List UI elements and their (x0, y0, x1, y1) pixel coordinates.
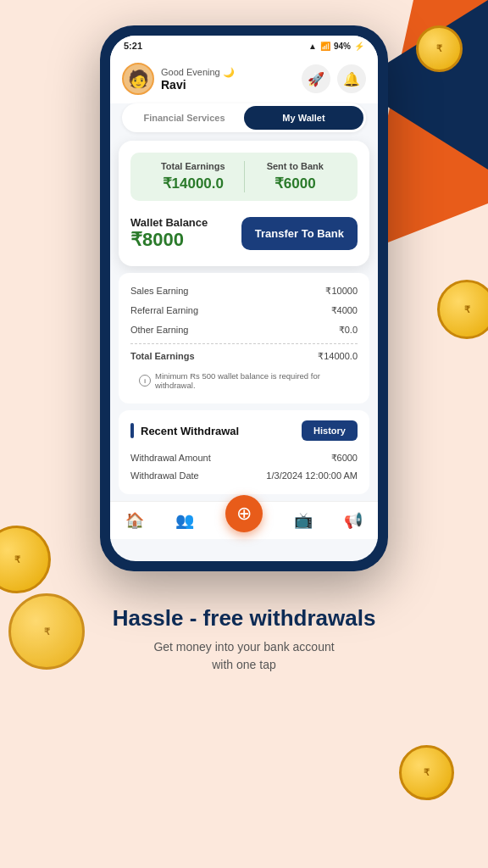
info-note: i Minimum Rs 500 wallet balance is requi… (130, 366, 358, 395)
sent-to-bank-label: Sent to Bank (245, 161, 347, 171)
withdrawal-date-row: Withdrawal Date 1/3/2024 12:00:00 AM (130, 467, 358, 484)
sales-earning-label: Sales Earning (130, 286, 189, 297)
earnings-breakdown: Sales Earning ₹10000 Referral Earning ₹4… (119, 273, 369, 403)
status-icons: ▲ 📶 94% ⚡ (308, 42, 364, 51)
coin-decoration-top-right (416, 25, 463, 72)
coin-decoration-top-right-2 (437, 280, 488, 339)
notification-button[interactable]: 🔔 (337, 64, 366, 93)
wifi-icon: ▲ (308, 42, 317, 51)
bottom-subtext: Get money into your bank accountwith one… (34, 638, 454, 674)
history-button[interactable]: History (302, 420, 358, 441)
referral-icon: 👥 (175, 511, 194, 530)
rocket-button[interactable]: 🚀 (302, 64, 330, 93)
user-info: 🧑 Good Evening 🌙 Ravi (122, 63, 235, 95)
info-note-text: Minimum Rs 500 wallet balance is require… (155, 371, 349, 390)
phone-mockup: 5:21 ▲ 📶 94% ⚡ 🧑 Good Evening 🌙 Ravi (100, 25, 388, 571)
tab-bar: Financial Services My Wallet (122, 103, 366, 132)
tab-my-wallet[interactable]: My Wallet (244, 106, 363, 130)
withdrawal-date-label: Withdrawal Date (130, 470, 199, 481)
wallet-balance-value: ₹8000 (130, 229, 208, 251)
nav-referral[interactable]: 👥 (175, 511, 194, 530)
total-value: ₹14000.0 (318, 351, 358, 362)
wallet-card: Total Earnings ₹14000.0 Sent to Bank ₹60… (119, 141, 369, 266)
nav-home[interactable]: 🏠 (125, 511, 144, 530)
transfer-to-bank-button[interactable]: Transfer To Bank (241, 217, 358, 250)
total-earnings-value: ₹14000.0 (142, 175, 244, 192)
phone-body: 5:21 ▲ 📶 94% ⚡ 🧑 Good Evening 🌙 Ravi (100, 25, 388, 571)
offers-icon: 📢 (344, 511, 363, 530)
coin-decoration-left (0, 526, 51, 593)
app-header: 🧑 Good Evening 🌙 Ravi 🚀 🔔 (110, 56, 378, 103)
nav-center-button[interactable]: ⊕ (225, 495, 263, 532)
status-time: 5:21 (124, 41, 142, 51)
bottom-nav: 🏠 👥 ⊕ 📺 📢 (110, 501, 378, 539)
total-earnings-row: Total Earnings ₹14000.0 (130, 343, 358, 366)
blue-bar-icon (130, 423, 134, 438)
bell-icon: 🔔 (343, 71, 360, 87)
nav-media[interactable]: 📺 (294, 511, 313, 530)
withdrawal-amount-label: Withdrawal Amount (130, 453, 211, 464)
user-details: Good Evening 🌙 Ravi (161, 67, 235, 92)
other-earning-label: Other Earning (130, 325, 188, 336)
earnings-summary-row: Total Earnings ₹14000.0 Sent to Bank ₹60… (130, 153, 358, 201)
recent-withdrawal-section: Recent Withdrawal History Withdrawal Amo… (119, 410, 369, 494)
signal-icon: 📶 (320, 42, 330, 51)
other-earning-row: Other Earning ₹0.0 (130, 320, 358, 340)
rocket-icon: 🚀 (308, 71, 324, 87)
bottom-headline: Hassle - free withdrawals (34, 605, 454, 632)
other-earning-value: ₹0.0 (339, 325, 358, 336)
status-bar: 5:21 ▲ 📶 94% ⚡ (110, 36, 378, 56)
withdrawal-title-text: Recent Withdrawal (141, 425, 239, 437)
wallet-balance-row: Wallet Balance ₹8000 Transfer To Bank (130, 213, 358, 254)
referral-earning-value: ₹4000 (331, 305, 358, 316)
sales-earning-value: ₹10000 (325, 286, 358, 297)
referral-earning-row: Referral Earning ₹4000 (130, 301, 358, 320)
referral-earning-label: Referral Earning (130, 305, 198, 316)
withdrawal-title: Recent Withdrawal (130, 423, 239, 438)
tab-financial-services[interactable]: Financial Services (125, 106, 244, 130)
sent-to-bank-col: Sent to Bank ₹6000 (245, 161, 347, 192)
user-name: Ravi (161, 78, 235, 92)
withdrawal-amount-value: ₹6000 (331, 453, 358, 464)
sales-earning-row: Sales Earning ₹10000 (130, 281, 358, 301)
total-earnings-label: Total Earnings (142, 161, 244, 171)
withdrawal-date-value: 1/3/2024 12:00:00 AM (266, 470, 358, 481)
greeting-text: Good Evening 🌙 (161, 67, 235, 78)
nav-offers[interactable]: 📢 (344, 511, 363, 530)
media-icon: 📺 (294, 511, 313, 530)
lightning-icon: ⚡ (354, 42, 364, 51)
phone-screen: 5:21 ▲ 📶 94% ⚡ 🧑 Good Evening 🌙 Ravi (110, 36, 378, 561)
wallet-balance-info: Wallet Balance ₹8000 (130, 216, 208, 251)
home-icon: 🏠 (125, 511, 144, 530)
header-icons: 🚀 🔔 (302, 64, 366, 93)
withdrawal-header: Recent Withdrawal History (130, 420, 358, 441)
sent-to-bank-value: ₹6000 (245, 175, 347, 192)
info-icon: i (139, 375, 151, 387)
avatar: 🧑 (122, 63, 154, 95)
total-label: Total Earnings (130, 351, 195, 362)
wallet-balance-label: Wallet Balance (130, 216, 208, 229)
coin-decoration-bottom-right (399, 745, 454, 800)
center-icon: ⊕ (236, 503, 252, 525)
withdrawal-amount-row: Withdrawal Amount ₹6000 (130, 449, 358, 467)
total-earnings-col: Total Earnings ₹14000.0 (142, 161, 245, 192)
battery-level: 94% (334, 42, 351, 51)
bottom-section: Hassle - free withdrawals Get money into… (0, 588, 488, 699)
